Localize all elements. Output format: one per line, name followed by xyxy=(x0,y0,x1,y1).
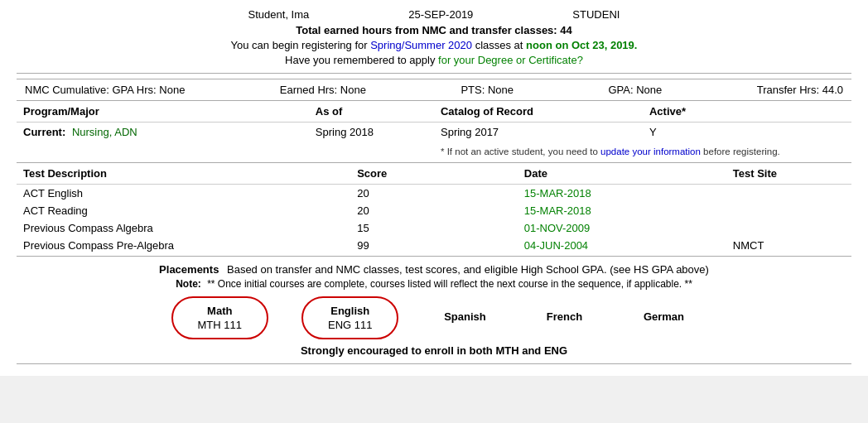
note-text: ** Once initial courses are complete, co… xyxy=(207,278,692,290)
active-note-row: * If not an active student, you need to … xyxy=(17,142,851,161)
earned-hrs: Earned Hrs: None xyxy=(280,84,366,96)
active-note-cell: * If not an active student, you need to … xyxy=(434,142,851,161)
placements-label: Placements xyxy=(159,263,219,276)
test-row: Previous Compass Pre-Algebra 99 04-JUN-2… xyxy=(17,237,851,254)
gpa-row: NMC Cumulative: GPA Hrs: None Earned Hrs… xyxy=(17,79,851,101)
note-label: Note: xyxy=(176,278,201,290)
total-hours-line: Total earned hours from NMC and transfer… xyxy=(17,24,851,36)
test-desc: Previous Compass Algebra xyxy=(17,219,350,237)
test-site xyxy=(726,219,851,237)
current-label: Current: xyxy=(23,126,65,138)
col-score: Score xyxy=(350,163,518,185)
placement-item: French xyxy=(531,310,597,326)
current-active: Y xyxy=(643,123,851,142)
test-row: ACT Reading 20 15-MAR-2018 xyxy=(17,202,851,219)
active-note-text: * If not an active student, you need to xyxy=(441,147,600,156)
student-name: Student, Ima xyxy=(248,8,310,21)
active-note-suffix: before registering. xyxy=(701,147,780,156)
placement-course: MTH 111 xyxy=(198,319,242,331)
placement-category: Spanish xyxy=(444,310,486,323)
placements-text: Based on transfer and NMC classes, test … xyxy=(227,263,709,276)
placement-course: ENG 111 xyxy=(328,319,372,331)
test-site xyxy=(726,202,851,219)
test-table: Test Description Score Date Test Site AC… xyxy=(17,162,851,254)
placement-boxes: Math MTH 111 English ENG 111 Spanish Fre… xyxy=(25,296,843,339)
placement-item: Math MTH 111 xyxy=(171,296,268,339)
placements-line: Placements Based on transfer and NMC cla… xyxy=(25,263,843,276)
spring-summer-link[interactable]: Spring/Summer 2020 xyxy=(370,39,472,51)
test-score: 99 xyxy=(350,237,518,254)
bottom-divider xyxy=(17,363,851,364)
col-catalog: Catalog of Record xyxy=(434,101,643,123)
placement-category: French xyxy=(547,310,582,323)
header-date: 25-SEP-2019 xyxy=(408,8,473,21)
col-site: Test Site xyxy=(726,163,851,185)
update-info-link[interactable]: update your information xyxy=(600,147,701,156)
degree-link[interactable]: for your Degree or Certificate? xyxy=(438,54,583,66)
col-active: Active* xyxy=(643,101,851,123)
current-program: Nursing, ADN xyxy=(72,126,137,138)
note-line: Note: ** Once initial courses are comple… xyxy=(25,278,843,290)
test-site xyxy=(726,185,851,203)
col-date: Date xyxy=(518,163,726,185)
transfer-hrs: Transfer Hrs: 44.0 xyxy=(757,84,843,96)
current-program-cell: Current: Nursing, ADN xyxy=(17,123,309,142)
divider-1 xyxy=(17,73,851,74)
test-date: 01-NOV-2009 xyxy=(518,219,726,237)
test-date: 15-MAR-2018 xyxy=(518,202,726,219)
test-date: 15-MAR-2018 xyxy=(518,185,726,203)
degree-line: Have you remembered to apply for your De… xyxy=(17,54,851,66)
col-test-desc: Test Description xyxy=(17,163,350,185)
placement-category: English xyxy=(328,305,372,317)
test-score: 20 xyxy=(350,185,518,203)
placement-item: English ENG 111 xyxy=(301,296,398,339)
header-row: Student, Ima 25-SEP-2019 STUDENI xyxy=(17,8,851,21)
program-row: Current: Nursing, ADN Spring 2018 Spring… xyxy=(17,123,851,142)
test-desc: ACT English xyxy=(17,185,350,203)
test-date: 04-JUN-2004 xyxy=(518,237,726,254)
test-score: 20 xyxy=(350,202,518,219)
placements-section: Placements Based on transfer and NMC cla… xyxy=(17,256,851,360)
test-score: 15 xyxy=(350,219,518,237)
student-id: STUDENI xyxy=(572,8,620,21)
placement-category: German xyxy=(644,310,684,323)
header-section: Student, Ima 25-SEP-2019 STUDENI Total e… xyxy=(17,8,851,66)
placement-category: Math xyxy=(198,305,242,317)
current-asof: Spring 2018 xyxy=(309,123,434,142)
current-catalog: Spring 2017 xyxy=(434,123,643,142)
col-program: Program/Major xyxy=(17,101,309,123)
registration-line: You can begin registering for Spring/Sum… xyxy=(17,39,851,51)
nmc-cumulative: NMC Cumulative: GPA Hrs: None xyxy=(25,84,185,96)
test-row: ACT English 20 15-MAR-2018 xyxy=(17,185,851,203)
test-desc: ACT Reading xyxy=(17,202,350,219)
test-row: Previous Compass Algebra 15 01-NOV-2009 xyxy=(17,219,851,237)
gpa: GPA: None xyxy=(608,84,662,96)
placement-item: German xyxy=(630,310,697,326)
test-site: NMCT xyxy=(726,237,851,254)
placement-item: Spanish xyxy=(432,310,498,326)
registration-time: noon on Oct 23, 2019. xyxy=(526,39,637,51)
test-desc: Previous Compass Pre-Algebra xyxy=(17,237,350,254)
pts: PTS: None xyxy=(461,84,514,96)
program-table: Program/Major As of Catalog of Record Ac… xyxy=(17,101,851,161)
page-wrapper: Student, Ima 25-SEP-2019 STUDENI Total e… xyxy=(0,0,868,376)
col-asof: As of xyxy=(309,101,434,123)
encouraged-line: Strongly encouraged to enroll in both MT… xyxy=(25,344,843,357)
